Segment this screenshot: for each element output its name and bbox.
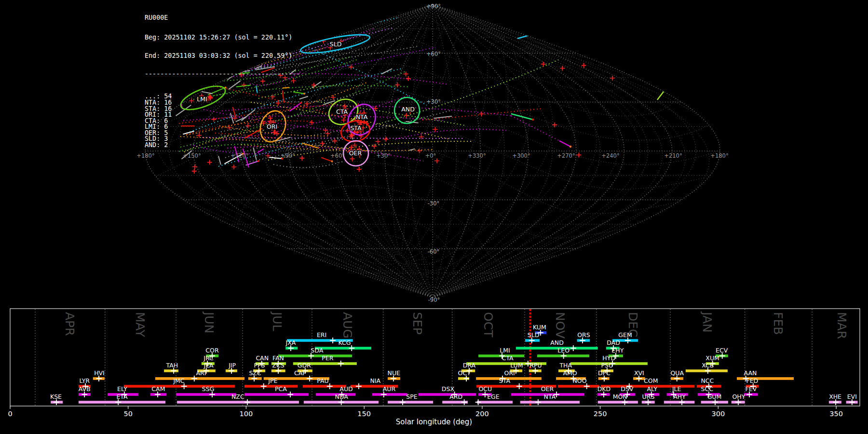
- shower-label-AUR: AUR: [383, 385, 396, 393]
- shower-label-AMO: AMO: [563, 369, 577, 377]
- month-label-MAR: MAR: [835, 312, 849, 339]
- month-label-JUL: JUL: [270, 311, 284, 331]
- shower-label-THA: THA: [559, 362, 572, 369]
- shower-label-FED: FED: [746, 377, 758, 384]
- shower-bar-AND: [516, 347, 598, 350]
- shower-label-ECV: ECV: [716, 347, 728, 354]
- shower-label-DKD: DKD: [597, 385, 610, 393]
- shower-label-KCG: KCG: [339, 339, 351, 346]
- shower-label-SLD: SLD: [528, 331, 540, 339]
- shower-label-CAM: CAM: [151, 385, 165, 393]
- shower-label-COM: COM: [644, 377, 658, 384]
- shower-label-STA: STA: [499, 377, 511, 384]
- shower-label-URS: URS: [642, 393, 655, 400]
- shower-label-KSE: KSE: [50, 393, 62, 400]
- radiant-label-STA: STA: [350, 124, 362, 132]
- shower-label-OER: OER: [541, 385, 554, 393]
- x-tick-label-200: 200: [475, 410, 489, 418]
- x-tick-label-100: 100: [240, 410, 253, 418]
- shower-label-COR: COR: [205, 347, 219, 354]
- shower-label-AUD: AUD: [339, 385, 353, 393]
- timeline-shower-bars: KUMERISLDORSGEMJXAKCGANDDADCORSDALMILEOE…: [50, 324, 858, 405]
- shower-label-CTA: CTA: [502, 354, 514, 362]
- shower-bar-AUR: [372, 393, 407, 396]
- shower-label-JLE: JLE: [672, 385, 681, 393]
- month-label-FEB: FEB: [771, 312, 785, 335]
- obs-begin: Beg: 20251102 15:26:27 (sol = 220.11°): [145, 35, 300, 41]
- shower-label-FAN: FAN: [272, 354, 284, 362]
- shower-label-NOO: NOO: [572, 377, 586, 384]
- legend-item-ORI: ORI: 11: [145, 112, 300, 118]
- shower-label-AHY: AHY: [673, 393, 686, 400]
- shower-bar-ETA: [79, 401, 165, 404]
- shower-label-JXA: JXA: [285, 339, 296, 346]
- x-tick-label-50: 50: [123, 410, 132, 418]
- shower-label-GEM: GEM: [618, 331, 632, 339]
- shower-label-AVB: AVB: [79, 385, 91, 393]
- x-tick-label-150: 150: [357, 410, 371, 418]
- shower-peak-ERI: [330, 338, 336, 343]
- x-tick-label-300: 300: [711, 410, 725, 418]
- shower-bar-SSG: [176, 393, 236, 396]
- shower-label-JMC: JMC: [173, 377, 184, 384]
- shower-label-MON: MON: [613, 393, 627, 400]
- shower-label-ZCS: ZCS: [272, 362, 284, 369]
- shower-label-RPU: RPU: [529, 362, 542, 369]
- lat-label: -30°: [428, 200, 440, 207]
- shower-peak-SPE: [400, 399, 406, 405]
- shower-label-XVI: XVI: [634, 369, 644, 377]
- plot-canvas: SLDLMIORICTANTASTAANDOER+90°+60°+30°-30°…: [0, 0, 868, 434]
- shower-label-OCU: OCU: [478, 385, 492, 393]
- shower-bar-JMC: [124, 385, 235, 388]
- shower-bar-NZC: [177, 401, 299, 404]
- month-label-AUG: AUG: [340, 312, 354, 339]
- shower-bar-MON: [598, 401, 638, 404]
- shower-label-DSV: DSV: [621, 385, 634, 393]
- radiant-label-CTA: CTA: [336, 108, 348, 115]
- shower-peak-CAP: [307, 376, 312, 381]
- lon-label: +180°: [710, 152, 728, 159]
- shower-label-GUM: GUM: [707, 393, 722, 400]
- shower-peak-PCA: [287, 392, 293, 397]
- x-tick-label-0: 0: [8, 410, 12, 418]
- shower-label-PPS: PPS: [254, 362, 265, 369]
- station-id: RU000E: [145, 15, 300, 21]
- shower-bar-JPE: [244, 385, 298, 388]
- shower-bar-DSX: [419, 393, 476, 396]
- shower-peak-PER: [338, 361, 344, 366]
- lon-label: +30°: [376, 152, 391, 159]
- shower-bar-EGE: [477, 401, 513, 404]
- shower-label-HYD: HYD: [602, 354, 615, 362]
- shower-label-SSG: SSG: [202, 385, 215, 393]
- shower-peak-NIA: [356, 383, 362, 389]
- legend-item-OER: OER: 5: [145, 130, 300, 136]
- shower-label-NTA: NTA: [544, 393, 556, 400]
- lon-label: +210°: [664, 152, 682, 159]
- shower-label-KUM: KUM: [533, 324, 546, 331]
- radiant-label-NTA: NTA: [356, 113, 368, 121]
- radiant-label-AND: AND: [401, 106, 415, 113]
- lon-label: +240°: [601, 152, 619, 159]
- shower-label-SCC: SCC: [701, 385, 714, 393]
- shower-label-XHE: XHE: [829, 393, 841, 400]
- shower-label-SDA: SDA: [311, 347, 323, 354]
- lat-label: -90°: [428, 297, 440, 303]
- shower-label-LYR: LYR: [79, 377, 90, 384]
- month-label-SEP: SEP: [410, 312, 424, 335]
- shower-peak-JPE: [261, 383, 267, 389]
- shower-label-EVI: EVI: [847, 393, 857, 400]
- shower-label-LMI: LMI: [500, 347, 510, 354]
- shower-label-XCB: XCB: [702, 362, 714, 369]
- shower-label-GDR: GDR: [298, 362, 311, 369]
- month-label-OCT: OCT: [481, 312, 495, 338]
- shower-bar-SDA: [278, 354, 352, 357]
- shower-label-NZC: NZC: [231, 393, 244, 400]
- shower-label-DSX: DSX: [442, 385, 455, 393]
- shower-label-LUM: LUM: [510, 362, 523, 369]
- shower-label-PCA: PCA: [275, 385, 287, 393]
- shower-label-SPE: SPE: [406, 393, 417, 400]
- legend-item-SLD: SLD: 3: [145, 136, 300, 142]
- x-tick-label-250: 250: [594, 410, 607, 418]
- lat-label: +90°: [426, 3, 441, 10]
- shower-count-legend: ...: 54NTA: 16STA: 16ORI: 11CTA: 6LMI: 6…: [145, 94, 300, 148]
